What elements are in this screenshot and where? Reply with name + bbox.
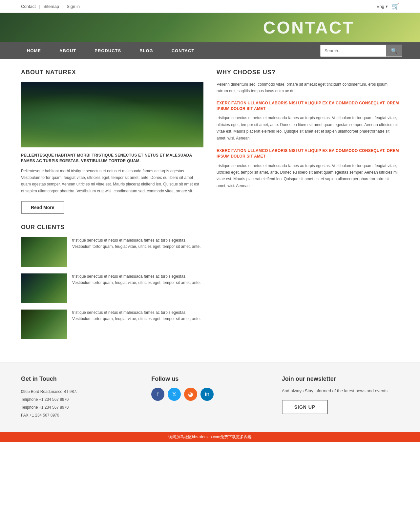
footer-fax: FAX +1 234 567 8970 [21,411,138,419]
linkedin-icon[interactable]: in [200,388,214,401]
footer: Get in Touch 0965 Bord Road,masco BT 987… [0,362,420,432]
nav-contact[interactable]: CONTACT [162,42,204,59]
lang-arrow: ▾ [386,4,388,9]
about-subtitle: PELLENTESQUE HABITANT MORBI TRISTIQUE SE… [21,153,203,164]
footer-contact-title: Get in Touch [21,376,138,382]
top-bar-right: Eng ▾ 🛒 [377,3,399,10]
cart-icon[interactable]: 🛒 [392,3,399,10]
footer-address: 0965 Bord Road,masco BT 987. [21,388,138,396]
nav-bar: HOME ABOUT PRODUCTS BLOG CONTACT 🔍 [0,42,420,59]
footer-contact: Get in Touch 0965 Bord Road,masco BT 987… [21,376,138,419]
footer-newsletter: Join our newsletter And always Stay info… [282,376,399,419]
social-icons: f 𝕏 ◕ in [151,388,268,401]
sitemap-link[interactable]: Sitemap [43,4,59,9]
client-text-1: tristique senectus et netus et malesuada… [72,237,203,250]
client-item-1: tristique senectus et netus et malesuada… [21,237,203,267]
rss-icon[interactable]: ◕ [184,388,197,401]
why-title: WHY CHOOSE US? [217,69,399,76]
footer-social-title: Follow us [151,376,268,382]
footer-newsletter-title: Join our newsletter [282,376,399,382]
newsletter-text: And always Stay informed of the latest n… [282,388,399,395]
client-image-2 [21,273,67,303]
why-intro: Pellenn dimentum sed, commodo vitae, orn… [217,81,399,95]
why-text-2: tristique senectus et netus et malesuada… [217,162,399,189]
why-subtitle-2: EXERCITATION ULLAMCO LABORIS NISI UT ALI… [217,148,399,159]
sep2: | [62,4,63,9]
client-item-2: tristique senectus et netus et malesuada… [21,273,203,303]
signin-link[interactable]: Sign in [67,4,80,9]
footer-contact-details: 0965 Bord Road,masco BT 987. Teliphone +… [21,388,138,419]
footer-social: Follow us f 𝕏 ◕ in [151,376,268,419]
watermark: 访问加马社区bbs.xieniao.com免费下载更多内容 [0,432,420,442]
nav-blog[interactable]: BLOG [130,42,162,59]
nav-home[interactable]: HOME [18,42,50,59]
hero-banner: CONTACT [0,13,420,42]
nav-products[interactable]: PRODUCTS [85,42,130,59]
facebook-icon[interactable]: f [151,388,164,401]
search-input[interactable] [321,46,386,56]
search-box: 🔍 [320,45,402,57]
lang-label: Eng [377,4,384,9]
client-item-3: tristique senectus et netus et malesuada… [21,310,203,339]
client-text-3: tristique senectus et netus et malesuada… [72,310,203,322]
client-text-2: tristique senectus et netus et malesuada… [72,273,203,286]
search-button[interactable]: 🔍 [386,45,402,56]
twitter-icon[interactable]: 𝕏 [168,388,181,401]
right-column: WHY CHOOSE US? Pellenn dimentum sed, com… [217,69,399,346]
why-subtitle-1: EXERCITATION ULLAMCO LABORIS NISI UT ALI… [217,100,399,112]
client-image-3 [21,310,67,339]
lang-button[interactable]: Eng ▾ [377,4,388,9]
signup-button[interactable]: SIGN UP [282,400,328,414]
why-text-1: tristique senectus et netus et malesuada… [217,115,399,141]
footer-phone2: Teliphone +1 234 567 8970 [21,403,138,411]
clients-title: OUR CLIENTS [21,224,203,231]
read-more-button[interactable]: Read More [21,201,64,214]
nav-about[interactable]: ABOUT [50,42,85,59]
main-content: ABOUT NATUREX PELLENTESQUE HABITANT MORB… [0,59,420,355]
sep1: | [39,4,40,9]
footer-phone1: Teliphone +1 234 567 8970 [21,396,138,403]
about-title: ABOUT NATUREX [21,69,203,76]
client-image-1 [21,237,67,267]
contact-link[interactable]: Contact [21,4,36,9]
top-bar: Contact | Sitemap | Sign in Eng ▾ 🛒 [0,0,420,13]
about-body: Pellentesque habitant morbi tristique se… [21,168,203,195]
hero-text: CONTACT [263,18,354,37]
left-column: ABOUT NATUREX PELLENTESQUE HABITANT MORB… [21,69,203,346]
about-image [21,82,203,147]
nav-links: HOME ABOUT PRODUCTS BLOG CONTACT [18,42,203,59]
